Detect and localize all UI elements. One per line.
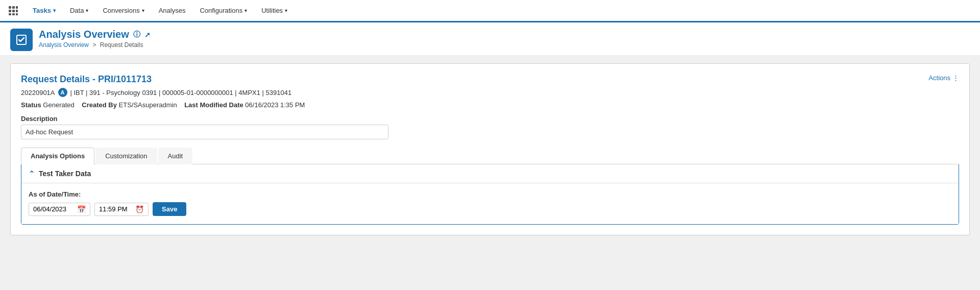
description-input[interactable] <box>21 125 388 139</box>
date-field-label: As of Date/Time: <box>29 190 951 198</box>
tab-audit[interactable]: Audit <box>158 148 193 164</box>
utilities-caret-icon: ▾ <box>285 8 287 13</box>
svg-rect-1 <box>12 6 15 9</box>
nav-item-tasks[interactable]: Tasks ▾ <box>27 0 62 22</box>
svg-rect-4 <box>12 10 15 12</box>
svg-rect-5 <box>16 10 18 12</box>
status-row: Status Generated Created By ETS/SAsupera… <box>21 101 959 109</box>
svg-rect-3 <box>9 10 11 12</box>
subtitle-meta: | IBT | 391 - Psychology 0391 | 000005-0… <box>70 89 292 96</box>
tab-analysis-options[interactable]: Analysis Options <box>21 148 94 164</box>
configurations-caret-icon: ▾ <box>244 8 247 13</box>
data-caret-icon: ▾ <box>86 8 88 13</box>
actions-menu-icon: ⋮ <box>952 74 959 82</box>
svg-rect-0 <box>9 6 11 9</box>
tasks-caret-icon: ▾ <box>53 8 56 13</box>
tab-customization[interactable]: Customization <box>95 148 157 164</box>
badge-a: A <box>58 88 67 97</box>
nav-item-data[interactable]: Data ▾ <box>64 0 94 22</box>
section-body: As of Date/Time: 📅 ⏰ Save <box>21 183 959 224</box>
subtitle-id: 20220901A <box>21 89 55 96</box>
description-label: Description <box>21 115 959 123</box>
actions-button[interactable]: Actions ⋮ <box>928 74 959 82</box>
date-input[interactable] <box>33 205 74 213</box>
nav-item-analyses[interactable]: Analyses <box>153 0 192 22</box>
calendar-icon[interactable]: 📅 <box>77 205 86 213</box>
tabs: Analysis Options Customization Audit <box>21 148 959 164</box>
page-icon <box>10 29 33 51</box>
nav-item-configurations[interactable]: Configurations ▾ <box>193 0 253 22</box>
request-title-row: Request Details - PRI/1011713 Actions ⋮ <box>21 74 959 85</box>
last-modified-label: Last Modified Date <box>184 101 243 109</box>
request-details-card: Request Details - PRI/1011713 Actions ⋮ … <box>10 63 970 235</box>
status-label: Status <box>21 101 41 109</box>
time-input[interactable] <box>99 205 132 213</box>
collapse-icon[interactable]: ⌃ <box>29 170 35 178</box>
clock-icon[interactable]: ⏰ <box>135 205 144 213</box>
time-input-wrapper: ⏰ <box>94 203 149 216</box>
external-link-icon[interactable]: ➚ <box>144 31 151 39</box>
breadcrumb: Analysis Overview > Request Details <box>39 41 151 49</box>
subtitle-row: 20220901A A | IBT | 391 - Psychology 039… <box>21 88 959 97</box>
svg-rect-8 <box>16 13 18 15</box>
status-value: Generated <box>43 101 74 109</box>
nav-item-utilities[interactable]: Utilities ▾ <box>255 0 293 22</box>
save-button[interactable]: Save <box>153 202 186 216</box>
grid-icon[interactable] <box>6 4 20 18</box>
top-navigation: Tasks ▾ Data ▾ Conversions ▾ Analyses Co… <box>0 0 980 22</box>
date-time-row: 📅 ⏰ Save <box>29 202 951 216</box>
section-header: ⌃ Test Taker Data <box>21 164 959 183</box>
request-title: Request Details - PRI/1011713 <box>21 74 152 85</box>
svg-rect-7 <box>12 13 15 15</box>
content-area: Request Details - PRI/1011713 Actions ⋮ … <box>0 55 980 244</box>
nav-item-conversions[interactable]: Conversions ▾ <box>96 0 150 22</box>
help-icon[interactable]: ⓘ <box>133 30 140 39</box>
date-input-wrapper: 📅 <box>29 203 90 216</box>
page-title: Analysis Overview ⓘ ➚ <box>39 29 151 40</box>
created-by-value: ETS/SAsuperadmin <box>119 101 177 109</box>
created-by-label: Created By <box>82 101 117 109</box>
conversions-caret-icon: ▾ <box>142 8 144 13</box>
page-header: Analysis Overview ⓘ ➚ Analysis Overview … <box>0 22 980 55</box>
section-title: Test Taker Data <box>39 170 91 178</box>
svg-rect-2 <box>16 6 18 9</box>
page-title-area: Analysis Overview ⓘ ➚ Analysis Overview … <box>39 29 151 49</box>
svg-rect-6 <box>9 13 11 15</box>
last-modified-value: 06/16/2023 1:35 PM <box>245 101 305 109</box>
tab-content: ⌃ Test Taker Data As of Date/Time: 📅 ⏰ <box>21 164 959 225</box>
